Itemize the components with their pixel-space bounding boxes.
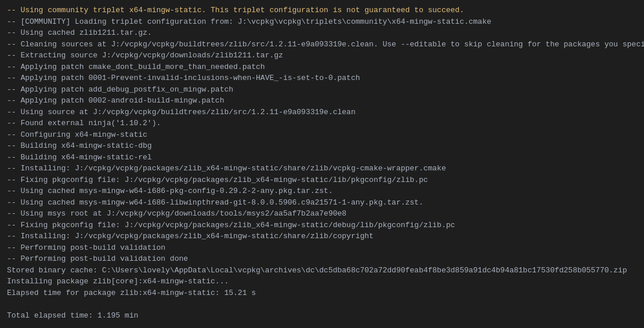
line-18: -- Using cached msys-mingw-w64-i686-libw… bbox=[7, 197, 637, 209]
line-14: -- Building x64-mingw-static-rel bbox=[7, 152, 637, 163]
line-11: -- Found external ninja('1.10.2'). bbox=[7, 118, 637, 129]
line-12: -- Configuring x64-mingw-static bbox=[7, 129, 637, 141]
terminal-output: -- Using community triplet x64-mingw-sta… bbox=[0, 0, 644, 328]
line-19: -- Using msys root at J:/vcpkg/vcpkg/dow… bbox=[7, 208, 637, 220]
line-29 bbox=[7, 321, 637, 328]
line-26: Elapsed time for package zlib:x64-mingw-… bbox=[7, 287, 637, 299]
line-17: -- Using cached msys-mingw-w64-i686-pkg-… bbox=[7, 185, 637, 197]
line-27 bbox=[7, 298, 637, 310]
line-25: Installing package zlib[core]:x64-mingw-… bbox=[7, 276, 637, 287]
line-28: Total elapsed time: 1.195 min bbox=[7, 310, 637, 322]
line-7: -- Applying patch 0001-Prevent-invalid-i… bbox=[7, 72, 637, 84]
line-15: -- Installing: J:/vcpkg/vcpkg/packages/z… bbox=[7, 163, 637, 174]
line-21: -- Installing: J:/vcpkg/vcpkg/packages/z… bbox=[7, 231, 637, 242]
line-1: -- Using community triplet x64-mingw-sta… bbox=[7, 5, 637, 16]
line-23: -- Performing post-build validation done bbox=[7, 253, 637, 265]
line-10: -- Using source at J:/vcpkg/vcpkg/buildt… bbox=[7, 107, 637, 118]
line-3: -- Using cached zlib1211.tar.gz. bbox=[7, 27, 637, 39]
line-2: -- [COMMUNITY] Loading triplet configura… bbox=[7, 16, 637, 28]
line-16: -- Fixing pkgconfig file: J:/vcpkg/vcpkg… bbox=[7, 174, 637, 186]
line-6: -- Applying patch cmake_dont_build_more_… bbox=[7, 61, 637, 73]
line-20: -- Fixing pkgconfig file: J:/vcpkg/vcpkg… bbox=[7, 220, 637, 231]
line-9: -- Applying patch 0002-android-build-min… bbox=[7, 95, 637, 107]
line-24: Stored binary cache: C:\Users\lovely\App… bbox=[7, 265, 637, 276]
line-22: -- Performing post-build validation bbox=[7, 242, 637, 254]
line-8: -- Applying patch add_debug_postfix_on_m… bbox=[7, 84, 637, 96]
line-5: -- Extracting source J:/vcpkg/vcpkg/down… bbox=[7, 50, 637, 61]
line-4: -- Cleaning sources at J:/vcpkg/vcpkg/bu… bbox=[7, 39, 637, 50]
line-13: -- Building x64-mingw-static-dbg bbox=[7, 140, 637, 152]
